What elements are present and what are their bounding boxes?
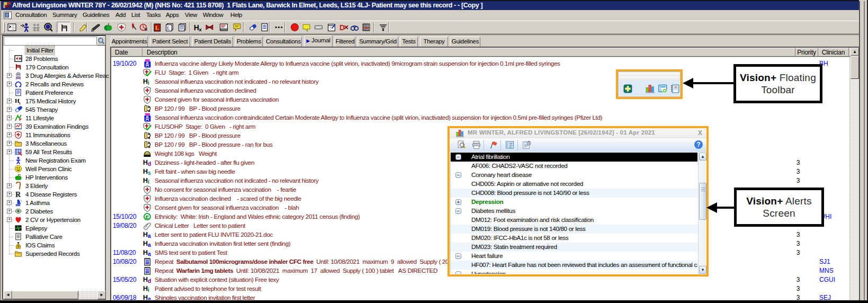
svg-text:D: D — [339, 23, 345, 32]
svg-text:H: H — [194, 23, 199, 32]
svg-text:x: x — [199, 26, 202, 32]
svg-text:L: L — [167, 25, 170, 31]
svg-text:L: L — [155, 25, 159, 31]
